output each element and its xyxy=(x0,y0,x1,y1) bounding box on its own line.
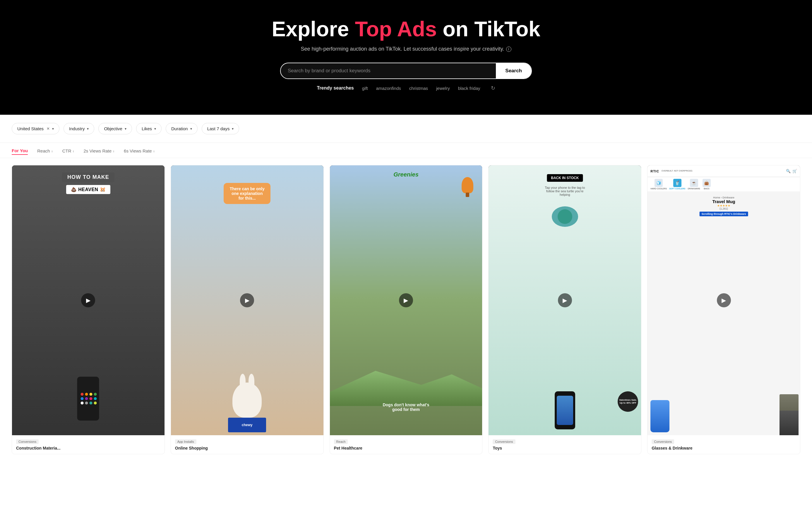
filter-objective[interactable]: Objective ▾ xyxy=(98,123,132,134)
hard-coolers-icon: 🧊 xyxy=(654,179,663,187)
ad-card-3[interactable]: Greenies Dogs don't know what's good for… xyxy=(330,165,483,454)
card-tag-5: Conversions xyxy=(652,439,674,444)
card-category-3: Pet Healthcare xyxy=(334,446,478,451)
ad-card-1[interactable]: HOW TO MAKE 💩 HEAVEN 🐹 ▶ Conversions Con… xyxy=(12,165,165,454)
card-info-5: Conversions Glasses & Drinkware xyxy=(648,435,800,454)
chevron-down-icon: ▾ xyxy=(232,127,234,131)
filter-country-remove[interactable]: ✕ xyxy=(46,127,50,131)
rtic-header: RTIC OVERBUILT. NOT OVERPRICED. 🔍 🛒 xyxy=(648,165,800,177)
trendy-searches-row: Trendy searches gift amazonfinds christm… xyxy=(280,85,532,91)
filter-duration[interactable]: Duration ▾ xyxy=(166,123,198,134)
rtic-stars: ★★★★★ xyxy=(663,204,785,207)
search-button[interactable]: Search xyxy=(496,63,531,78)
rtic-logo: RTIC xyxy=(650,170,659,173)
card-thumb-3: Greenies Dogs don't know what's good for… xyxy=(330,165,482,435)
play-button[interactable]: ▶ xyxy=(717,293,731,307)
hero-title-pink: Top Ads xyxy=(355,17,437,41)
trendy-tag-christmas[interactable]: christmas xyxy=(409,86,428,91)
sort-tab-6s[interactable]: 6s Views Rate ↓ xyxy=(124,148,155,155)
search-bar-container: Search xyxy=(280,63,532,79)
card-thumb-4: BACK IN STOCK Tap your phone to the tag … xyxy=(489,165,641,435)
info-icon[interactable]: i xyxy=(506,46,511,52)
card-info-4: Conversions Toys xyxy=(489,435,641,454)
rtic-tagline: OVERBUILT. NOT OVERPRICED. xyxy=(662,170,693,172)
drinkware-icon: ☕ xyxy=(690,179,698,187)
filter-country[interactable]: United States ✕ ▾ xyxy=(12,123,59,134)
sort-tab-2s[interactable]: 2s Views Rate ↓ xyxy=(84,148,114,155)
sort-tabs: For You Reach ↓ CTR ↓ 2s Views Rate ↓ 6s… xyxy=(0,143,812,158)
card-tag-4: Conversions xyxy=(493,439,515,444)
chevron-down-icon: ▾ xyxy=(125,127,127,131)
card-info-3: Reach Pet Healthcare xyxy=(330,435,482,454)
rtic-highlight: Scrolling through RTIC's Drinkware xyxy=(700,211,748,216)
rtic-breadcrumb: Home › Drinkware xyxy=(663,196,785,199)
trendy-tag-gift[interactable]: gift xyxy=(362,86,368,91)
card-tag-1: Conversions xyxy=(16,439,39,444)
chevron-down-icon: ▾ xyxy=(154,127,156,131)
hero-subtitle: See high-performing auction ads on TikTo… xyxy=(6,46,806,52)
trendy-label: Trendy searches xyxy=(317,86,353,91)
cards-grid: HOW TO MAKE 💩 HEAVEN 🐹 ▶ Conversions Con… xyxy=(0,158,812,461)
filter-likes[interactable]: Likes ▾ xyxy=(136,123,162,134)
filter-date[interactable]: Last 7 days ▾ xyxy=(202,123,240,134)
search-icon[interactable]: 🔍 xyxy=(786,169,791,173)
card-tag-2: App Installs xyxy=(175,439,197,444)
soft-coolers-icon: 🥤 xyxy=(673,179,681,187)
cat-soft-coolers: 🥤 SOFT COOLERS xyxy=(669,179,685,190)
card3-dog-text: Dogs don't know what's good for them xyxy=(382,402,430,412)
hero-title-prefix: Explore xyxy=(272,17,355,41)
card-thumb-1: HOW TO MAKE 💩 HEAVEN 🐹 ▶ xyxy=(12,165,164,435)
card-info-2: App Installs Online Shopping xyxy=(171,435,323,454)
hero-section: Explore Top Ads on TikTok See high-perfo… xyxy=(0,0,812,115)
hero-title-suffix: on TikTok xyxy=(437,17,540,41)
search-input[interactable] xyxy=(281,63,496,78)
sort-tab-ctr[interactable]: CTR ↓ xyxy=(62,148,74,155)
sort-tab-reach[interactable]: Reach ↓ xyxy=(37,148,53,155)
play-button[interactable]: ▶ xyxy=(558,293,572,307)
greenies-label: Greenies xyxy=(393,171,419,178)
sort-tab-foryou[interactable]: For You xyxy=(12,148,28,155)
sale-badge: Valentines Sale. Up to 40% OFF xyxy=(618,391,638,412)
trendy-tag-amazonfinds[interactable]: amazonfinds xyxy=(376,86,401,91)
back-in-stock-badge: BACK IN STOCK xyxy=(547,174,583,182)
card-category-1: Construction Materia... xyxy=(16,446,160,451)
chevron-down-icon: ▾ xyxy=(190,127,192,131)
card-category-4: Toys xyxy=(493,446,637,451)
refresh-icon[interactable]: ↻ xyxy=(491,85,495,91)
tap-text: Tap your phone to the tag to follow the … xyxy=(541,186,589,196)
ad-card-5[interactable]: RTIC OVERBUILT. NOT OVERPRICED. 🔍 🛒 🧊 HA… xyxy=(647,165,800,454)
cat-hard-coolers: 🧊 HARD COOLERS xyxy=(650,179,667,190)
search-bar: Search xyxy=(280,63,532,79)
filter-industry[interactable]: Industry ▾ xyxy=(63,123,94,134)
card-tag-3: Reach xyxy=(334,439,348,444)
card-info-1: Conversions Construction Materia... xyxy=(12,435,164,454)
trendy-tag-blackfriday[interactable]: black friday xyxy=(458,86,480,91)
rtic-categories: 🧊 HARD COOLERS 🥤 SOFT COOLERS ☕ DRINKWAR… xyxy=(648,177,800,191)
cat-drinkware: ☕ DRINKWARE xyxy=(687,179,700,190)
card-thumb-5: RTIC OVERBUILT. NOT OVERPRICED. 🔍 🛒 🧊 HA… xyxy=(648,165,800,435)
card1-top-text: HOW TO MAKE xyxy=(62,172,114,182)
card2-speech: There can be only one explanation for th… xyxy=(223,183,271,204)
cart-icon[interactable]: 🛒 xyxy=(793,169,797,173)
bags-icon: 👜 xyxy=(702,179,711,187)
cat-bags: 👜 BAGS xyxy=(702,179,711,190)
chevron-down-icon: ▾ xyxy=(87,127,89,131)
card-category-2: Online Shopping xyxy=(175,446,319,451)
rtic-reviews: (1,261) xyxy=(663,207,785,210)
card-thumb-2: There can be only one explanation for th… xyxy=(171,165,323,435)
hero-title: Explore Top Ads on TikTok xyxy=(6,17,806,41)
ad-card-4[interactable]: BACK IN STOCK Tap your phone to the tag … xyxy=(488,165,641,454)
play-button[interactable]: ▶ xyxy=(240,293,254,307)
ad-card-2[interactable]: There can be only one explanation for th… xyxy=(171,165,324,454)
card1-bottom-text: 💩 HEAVEN 🐹 xyxy=(66,185,110,194)
rtic-product-name: Travel Mug xyxy=(663,199,785,204)
card-category-5: Glasses & Drinkware xyxy=(652,446,796,451)
trendy-tag-jewelry[interactable]: jewelry xyxy=(436,86,450,91)
filters-bar: United States ✕ ▾ Industry ▾ Objective ▾… xyxy=(0,115,812,143)
chevron-down-icon: ▾ xyxy=(52,127,54,131)
play-button[interactable]: ▶ xyxy=(399,293,413,307)
